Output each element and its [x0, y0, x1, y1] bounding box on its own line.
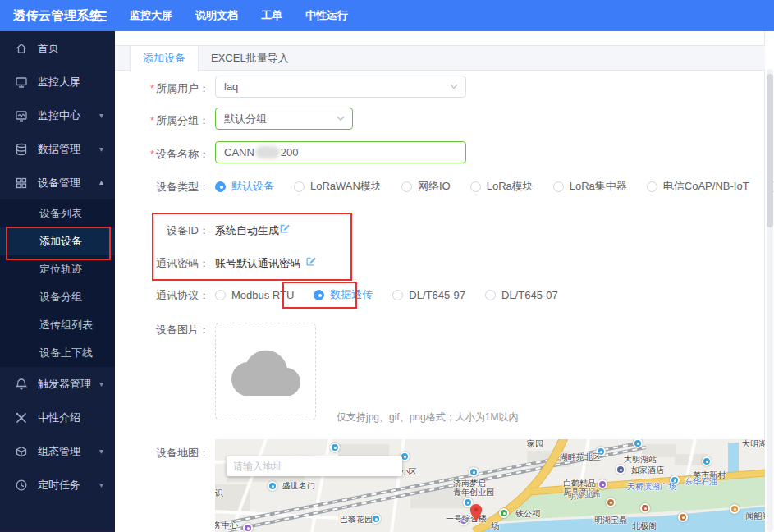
sidebar-item-trigger-management[interactable]: 触发器管理▾: [0, 367, 115, 401]
group-select[interactable]: 默认分组: [215, 108, 353, 130]
sidebar-item-timed-tasks[interactable]: 定时任务▾: [0, 468, 115, 502]
map-marker-navy[interactable]: [616, 465, 625, 475]
chevron-down-icon: ▾: [99, 380, 103, 388]
grid-icon: [15, 177, 28, 190]
sidebar-subitem-device-list[interactable]: 设备列表: [0, 200, 115, 227]
radio-telecom-coap-nb-iot[interactable]: 电信CoAP/NB-IoT: [647, 179, 749, 194]
sidebar-submenu: 设备列表添加设备定位轨迹设备分组透传组列表设备上下线: [0, 200, 115, 367]
sidebar-item-home[interactable]: 首页: [0, 31, 115, 65]
sidebar-item-monitor-center[interactable]: 监控中心▾: [0, 99, 115, 132]
bell-icon: [15, 378, 28, 391]
map-label: 大明湖: [742, 439, 765, 448]
radio-circle-icon: [485, 290, 496, 300]
map-canvas[interactable]: 荷花园小区盛世名门济南梦启 青年创业园一号综合楼巴黎花园务中心场铁公祠明湖宝鼎北…: [215, 439, 765, 532]
redacted-text: [255, 146, 280, 158]
radio-circle-icon: [215, 290, 226, 300]
edit-icon[interactable]: [279, 222, 291, 234]
tab-excel-import[interactable]: EXCEL批量导入: [199, 46, 301, 71]
chevron-down-icon: [337, 116, 345, 122]
radio-modbus-rtu[interactable]: Modbus RTU: [215, 289, 294, 301]
map-label: 识: [215, 488, 223, 498]
upload-hint: 仅支持jpg、gif、png格式；大小为1M以内: [337, 410, 518, 424]
map-marker-blue[interactable]: [702, 456, 712, 466]
chevron-down-icon: ▾: [99, 481, 103, 489]
nav-docs[interactable]: 说明文档: [195, 8, 238, 23]
radio-circle-icon: [314, 290, 324, 300]
chevron-down-icon: ▾: [99, 447, 103, 456]
map-marker-orange[interactable]: [678, 512, 688, 522]
app-window: 透传云管理系统 监控大屏说明文档工单中性运行 首页监控大屏监控中心▾数据管理▾设…: [0, 0, 774, 532]
radio-circle-icon: [470, 181, 481, 192]
sidebar-item-neutral-intro[interactable]: 中性介绍: [0, 401, 115, 434]
protocol-label: 通讯协议：: [119, 288, 209, 303]
tab-add-device[interactable]: 添加设备: [130, 46, 199, 71]
map-label: 济南梦启 青年创业园: [453, 479, 494, 497]
radio-lora-module[interactable]: LoRa模块: [470, 179, 534, 194]
nav-work-order[interactable]: 工单: [261, 8, 282, 23]
edit-icon[interactable]: [305, 255, 317, 267]
map-pin-icon[interactable]: [469, 503, 483, 521]
radio-lora-concentrator[interactable]: LoRa集中器: [553, 179, 627, 194]
map-label: 闻韶阁: [745, 511, 765, 521]
sidebar-subitem-passthrough-group-list[interactable]: 透传组列表: [0, 311, 115, 339]
sidebar-item-scada-management[interactable]: 组态管理▾: [0, 434, 115, 468]
map-label: 盛世名门: [282, 481, 315, 490]
sidebar-bottom-menu: 触发器管理▾中性介绍组态管理▾定时任务▾: [0, 367, 115, 502]
radio-network-io[interactable]: 网络IO: [401, 179, 451, 194]
sidebar-item-device-management[interactable]: 设备管理▾: [0, 166, 115, 200]
radio-data-passthrough[interactable]: 数据透传: [314, 287, 373, 302]
group-select-value: 默认分组: [224, 112, 267, 125]
chevron-down-icon: ▾: [99, 112, 103, 120]
map-label: 北极阁: [632, 521, 657, 530]
sidebar-item-data-management[interactable]: 数据管理▾: [0, 132, 115, 166]
image-upload-dropzone[interactable]: [215, 323, 316, 420]
device-name-input[interactable]: CANN200: [215, 141, 466, 163]
map-marker-blue[interactable]: [330, 443, 340, 452]
map-address-input[interactable]: [227, 456, 402, 476]
radio-circle-icon: [553, 181, 564, 192]
map-marker-blue[interactable]: [268, 481, 277, 491]
device-map-label: 设备地图：: [119, 446, 209, 461]
map-label: 天桥滨湖广场: [627, 482, 676, 491]
owner-select-value: laq: [224, 80, 238, 93]
map-marker-purple[interactable]: [243, 523, 253, 532]
sidebar-subitem-device-group[interactable]: 设备分组: [0, 283, 115, 311]
radio-lorawan-module[interactable]: LoRaWAN模块: [294, 179, 382, 194]
database-icon: [15, 143, 28, 156]
radio-default-device[interactable]: 默认设备: [215, 179, 274, 194]
chevron-down-icon: ▾: [99, 145, 103, 154]
map-marker-blue[interactable]: [469, 467, 479, 477]
scrollbar-thumb[interactable]: [767, 74, 773, 227]
radio-dlt645-07[interactable]: DL/T645-07: [485, 289, 558, 301]
device-image-label: 设备图片：: [119, 323, 209, 337]
device-type-label: 设备类型：: [119, 180, 209, 195]
nav-neutral-run[interactable]: 中性运行: [305, 8, 348, 23]
map-marker-rust[interactable]: [640, 503, 650, 513]
device-id-value: 系统自动生成: [215, 223, 279, 238]
map-marker-orange[interactable]: [606, 498, 616, 507]
map-marker-amber[interactable]: [730, 504, 740, 514]
owner-label: *所属用户：: [119, 81, 209, 96]
sidebar-subitem-device-online-offline[interactable]: 设备上下线: [0, 339, 115, 367]
owner-select[interactable]: laq: [215, 76, 466, 98]
sidebar-subitem-location-track[interactable]: 定位轨迹: [0, 255, 115, 283]
radio-circle-icon: [401, 181, 412, 192]
top-header: 透传云管理系统 监控大屏说明文档工单中性运行: [0, 0, 774, 31]
clock-icon: [15, 479, 28, 492]
map-marker-green[interactable]: [499, 508, 509, 518]
screen-icon: [15, 76, 28, 89]
sidebar-subitem-add-device[interactable]: 添加设备: [0, 227, 115, 255]
nav-monitor-screen[interactable]: 监控大屏: [130, 8, 172, 23]
monitor-center-icon: [15, 109, 28, 122]
radio-circle-icon: [294, 181, 305, 192]
map-label: 铁公祠: [515, 509, 540, 518]
radio-dlt645-97[interactable]: DL/T645-97: [392, 289, 465, 301]
hamburger-menu-icon[interactable]: [92, 9, 108, 22]
map-label: 巴黎花园: [340, 515, 373, 524]
sidebar-main-menu: 首页监控大屏监控中心▾数据管理▾设备管理▾: [0, 31, 115, 200]
device-type-radios: 默认设备LoRaWAN模块网络IOLoRa模块LoRa集中器电信CoAP/NB-…: [215, 179, 774, 194]
map-label: 如家酒店: [631, 466, 664, 475]
tools-icon: [15, 411, 28, 424]
sidebar-item-monitor-screen[interactable]: 监控大屏: [0, 65, 115, 99]
device-id-label: 设备ID：: [119, 223, 209, 238]
